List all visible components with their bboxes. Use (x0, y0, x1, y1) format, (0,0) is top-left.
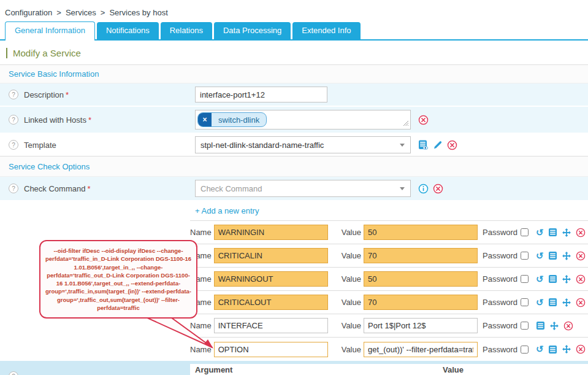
password-checkbox[interactable] (521, 346, 529, 354)
delete-row-icon[interactable] (563, 321, 573, 331)
macro-name-input[interactable] (214, 318, 328, 333)
option-macro-tooltip: --oid-filter ifDesc --oid-display ifDesc… (39, 240, 197, 319)
description-list-icon[interactable] (548, 251, 557, 260)
macro-value-input[interactable] (364, 271, 478, 287)
password-checkbox[interactable] (521, 252, 529, 260)
check-command-placeholder: Check Command (200, 184, 262, 193)
chevron-down-icon (400, 187, 405, 190)
macro-name-label: Name (190, 345, 212, 354)
breadcrumb-separator: > (56, 8, 61, 17)
delete-row-icon[interactable] (576, 274, 586, 284)
add-new-entry-link[interactable]: + Add a new entry (190, 201, 588, 221)
linked-hosts-label: Linked with Hosts* (24, 115, 91, 125)
tab-extended-info[interactable]: Extended Info (292, 22, 360, 39)
move-row-icon[interactable] (562, 274, 571, 284)
host-tag: × switch-dlink (197, 112, 267, 127)
undo-icon[interactable]: ↺ (536, 252, 544, 260)
check-command-select[interactable]: Check Command (195, 180, 411, 197)
argument-column-header: Argument (195, 365, 443, 374)
help-icon[interactable]: ? (9, 371, 18, 375)
tab-general-information[interactable]: General Information (5, 21, 95, 41)
template-select[interactable]: stpl-net-dlink-standard-name-traffic (195, 136, 411, 153)
macro-value-label: Value (342, 298, 361, 307)
required-asterisk: * (87, 184, 90, 193)
help-icon[interactable]: ? (9, 115, 18, 125)
view-template-macros-icon[interactable] (418, 140, 429, 150)
help-icon[interactable]: ? (9, 140, 18, 150)
clear-field-icon[interactable] (447, 140, 457, 150)
macro-name-input[interactable] (214, 295, 328, 310)
clear-field-icon[interactable] (433, 184, 443, 194)
macro-password-label: Password (483, 345, 517, 354)
args-table-header: Argument Value (190, 364, 588, 375)
edit-template-icon[interactable] (433, 140, 443, 150)
macro-value-label: Value (342, 251, 361, 260)
macro-value-label: Value (342, 274, 361, 284)
tab-bar: General Information Notifications Relati… (0, 22, 588, 41)
delete-row-icon[interactable] (576, 344, 586, 354)
undo-icon[interactable]: ↺ (536, 298, 544, 307)
move-row-icon[interactable] (562, 251, 571, 261)
macro-name-input[interactable] (214, 271, 328, 287)
args-table-section: ? Argument Value (0, 361, 588, 375)
check-command-row: ? Check Command* Check Command (0, 177, 588, 201)
service-config-page: Configuration>Services>Services by host … (0, 0, 588, 375)
delete-row-icon[interactable] (576, 298, 586, 307)
macro-password-label: Password (483, 298, 517, 307)
breadcrumb-services[interactable]: Services (66, 8, 96, 17)
password-checkbox[interactable] (521, 298, 529, 306)
help-icon[interactable]: ? (9, 184, 18, 193)
delete-row-icon[interactable] (576, 251, 586, 261)
page-title: Modify a Service (0, 41, 588, 64)
delete-row-icon[interactable] (576, 228, 586, 238)
description-label: Description* (24, 90, 69, 99)
macro-name-input[interactable] (214, 342, 328, 357)
tab-data-processing[interactable]: Data Processing (214, 22, 291, 39)
tab-relations[interactable]: Relations (161, 22, 212, 39)
section-basic-information: Service Basic Information (0, 64, 588, 83)
description-list-icon[interactable] (548, 228, 557, 237)
macro-row: Name Value Password ↺ (0, 338, 588, 361)
macro-name-input[interactable] (214, 225, 328, 240)
breadcrumb-services-by-host[interactable]: Services by host (109, 8, 167, 17)
macro-name-label: Name (190, 321, 212, 330)
resize-handle-icon[interactable] (403, 119, 409, 128)
move-row-icon[interactable] (549, 321, 559, 331)
macro-value-input[interactable] (364, 225, 478, 240)
template-selected-value: stpl-net-dlink-standard-name-traffic (200, 141, 324, 150)
check-command-label: Check Command* (24, 184, 91, 193)
description-list-icon[interactable] (548, 345, 557, 354)
macro-value-label: Value (342, 321, 361, 330)
breadcrumb-separator: > (101, 8, 105, 17)
tab-notifications[interactable]: Notifications (97, 22, 159, 39)
password-checkbox[interactable] (521, 228, 529, 236)
macro-name-label: Name (190, 228, 212, 237)
macro-name-input[interactable] (214, 248, 328, 263)
password-checkbox[interactable] (521, 322, 529, 330)
description-list-icon[interactable] (536, 321, 545, 330)
description-list-icon[interactable] (548, 298, 557, 307)
macro-value-input[interactable] (364, 342, 478, 357)
info-icon[interactable] (418, 184, 429, 194)
move-row-icon[interactable] (562, 344, 571, 354)
help-icon[interactable]: ? (9, 90, 18, 99)
macro-value-input[interactable] (364, 318, 478, 333)
breadcrumb-configuration[interactable]: Configuration (5, 8, 52, 17)
chevron-down-icon (400, 144, 405, 147)
linked-hosts-multiselect[interactable]: × switch-dlink (195, 110, 411, 130)
clear-field-icon[interactable] (418, 115, 429, 125)
args-label-cell: ? (0, 361, 190, 375)
macro-value-input[interactable] (364, 295, 478, 310)
password-checkbox[interactable] (521, 275, 529, 283)
description-list-icon[interactable] (548, 274, 557, 284)
template-row: ? Template stpl-net-dlink-standard-name-… (0, 134, 588, 156)
macro-value-input[interactable] (364, 248, 478, 263)
macro-password-label: Password (483, 321, 517, 330)
remove-tag-icon[interactable]: × (198, 113, 212, 126)
move-row-icon[interactable] (562, 298, 571, 307)
description-input[interactable] (195, 87, 327, 102)
undo-icon[interactable]: ↺ (536, 275, 544, 284)
move-row-icon[interactable] (562, 228, 571, 238)
undo-icon[interactable]: ↺ (536, 345, 544, 354)
undo-icon[interactable]: ↺ (536, 228, 544, 237)
